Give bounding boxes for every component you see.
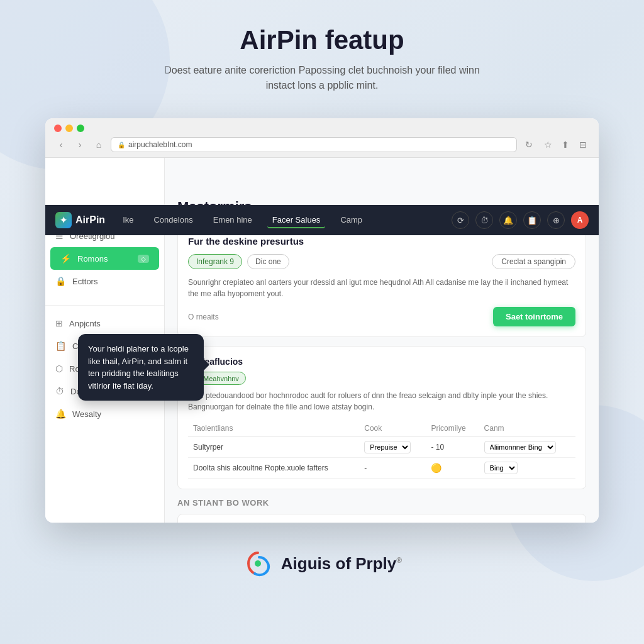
address-bar[interactable]: 🔒 airpuchalebInt.com — [111, 137, 517, 152]
clock-icon: ⏱ — [55, 386, 64, 396]
refresh-button[interactable]: ↻ — [522, 138, 536, 152]
brand-name-container: Aiguis of Prply® — [281, 554, 402, 574]
nav-bell-btn[interactable]: 🔔 — [499, 211, 517, 229]
nav-item-facer[interactable]: Facer Salues — [267, 213, 326, 228]
notification-icon: 🔔 — [55, 409, 66, 419]
col-pricomilye: Pricomilye — [426, 420, 479, 437]
cook-select-1[interactable]: Prepuise — [364, 441, 411, 453]
work-card: 👩 Moklev Brio Redovaned Hagutrish Eltabn… — [177, 514, 586, 523]
price-dash-1: - — [431, 443, 433, 452]
app-navbar: ✦ AirPin Ike Condelons Emen hine Facer S… — [45, 205, 599, 235]
cell-price-1: - 10 — [426, 437, 479, 458]
tag-infegrank[interactable]: Infegrank 9 — [188, 254, 242, 269]
brand-suffix: ® — [396, 556, 402, 565]
card2-title: Redeaflucios — [188, 357, 575, 367]
data-table: Taolentlians Cook Pricomilye Canm Sultyr… — [188, 420, 575, 479]
nav-item-ike[interactable]: Ike — [118, 213, 138, 228]
lock-icon: 🔒 — [118, 142, 125, 148]
nav-clipboard-btn[interactable]: 📋 — [523, 211, 541, 229]
browser-toolbar: ‹ › ⌂ 🔒 airpuchalebInt.com ↻ ☆ ⬆ ⊟ — [54, 137, 590, 152]
nav-sync-btn[interactable]: ⟳ — [452, 211, 469, 229]
sidebar-label-wesalty: Wesalty — [72, 409, 101, 419]
card1-footer: O rneaits Saet toinrtome — [188, 307, 575, 326]
lock-icon-sidebar: 🔒 — [55, 276, 66, 286]
card-mastormirs: Fur the deskine presurtus Infegrank 9 Di… — [177, 225, 586, 337]
canm-select-2[interactable]: Bing — [484, 462, 518, 474]
sidebar-item-ecttors[interactable]: 🔒 Ecttors — [45, 270, 164, 292]
browser-window: ‹ › ⌂ 🔒 airpuchalebInt.com ↻ ☆ ⬆ ⊟ ✦ Air… — [45, 118, 599, 523]
share-button[interactable]: ⬆ — [558, 138, 572, 152]
brand-name-text: Aiguis of Prply — [281, 554, 396, 573]
sidebar-label-ecttors: Ecttors — [72, 277, 97, 286]
romons-badge: ◇ — [138, 255, 149, 263]
card1-tags: Infegrank 9 Dic one Creclat a spangipin — [188, 254, 575, 269]
page-subtitle: Doest eature anite coreriction Papossing… — [158, 63, 486, 93]
sidebar-item-wesalty[interactable]: 🔔 Wesalty — [45, 402, 164, 425]
card2-description: Thre ptedouandood bor hochnrodoc audt fo… — [188, 390, 575, 413]
cell-cook-2: - — [359, 458, 426, 479]
hexagon-icon: ⬡ — [55, 364, 63, 374]
bookmark-button[interactable]: ☆ — [541, 138, 555, 152]
callout-text: Your heldi plaher to a lcople like thail… — [88, 344, 189, 391]
dot-yellow[interactable] — [65, 125, 73, 132]
table-row: Sultyrper Prepuise - 10 — [188, 437, 575, 458]
status-dot: 🟡 — [431, 463, 441, 473]
cell-sultyrper: Sultyrper — [188, 437, 359, 458]
card-redeaflucios: Redeaflucios ✦ Meahvnhnv Thre ptedouando… — [177, 346, 586, 489]
browser-dots — [54, 125, 590, 132]
table-row: Doolta shis alcoultne Ropte.xuole fafter… — [188, 458, 575, 479]
svg-point-0 — [255, 560, 261, 567]
col-cook: Cook — [359, 420, 426, 437]
page-header: AirPin featup Doest eature anite coreric… — [0, 0, 644, 106]
nav-item-emen[interactable]: Emen hine — [208, 213, 257, 228]
nav-items: Ike Condelons Emen hine Facer Salues Cam… — [118, 213, 439, 228]
col-canm: Canm — [479, 420, 575, 437]
browser-chrome: ‹ › ⌂ 🔒 airpuchalebInt.com ↻ ☆ ⬆ ⊟ — [45, 118, 599, 158]
nav-logo: ✦ AirPin — [55, 212, 105, 228]
brand-name: Aiguis of Prply® — [281, 554, 402, 573]
lightning-icon: ⚡ — [60, 253, 71, 264]
sidebar-item-romons[interactable]: ⚡ Romons ◇ — [50, 247, 159, 270]
card1-description: Sounrighr crepiateo anl oarters your rde… — [188, 277, 575, 299]
dot-green[interactable] — [77, 125, 84, 132]
create-btn[interactable]: Creclat a spangipin — [492, 254, 575, 269]
brand-logo — [242, 548, 274, 579]
card2-tag-text: Meahvnhnv — [203, 375, 239, 382]
list-icon: 📋 — [55, 341, 66, 351]
sidebar-label-anpjcnts: Anpjcnts — [69, 319, 101, 328]
canm-select-1[interactable]: Aliimonnner Bing — [484, 441, 556, 453]
price-value-1: 10 — [436, 443, 444, 452]
forward-button[interactable]: › — [73, 138, 87, 152]
cell-cook-1: Prepuise — [359, 437, 426, 458]
nav-avatar[interactable]: A — [571, 211, 589, 229]
col-taolentlians: Taolentlians — [188, 420, 359, 437]
cell-canm-2: Bing — [479, 458, 575, 479]
browser-actions: ☆ ⬆ ⊟ — [541, 138, 590, 152]
callout: Your heldi plaher to a lcople like thail… — [78, 334, 204, 401]
sidebar-item-anpjcnts[interactable]: ⊞ Anpjcnts — [45, 312, 164, 335]
nav-item-condelons[interactable]: Condelons — [148, 213, 197, 228]
logo-icon: ✦ — [55, 212, 72, 228]
work-section-title: An stiant bo Work — [177, 498, 586, 508]
footer-label: O rneaits — [188, 313, 219, 321]
nav-right: ⟳ ⏱ 🔔 📋 ⊕ A — [452, 211, 589, 229]
sidebar-label-romons: Romons — [77, 254, 108, 264]
card1-title: Fur the deskine presurtus — [188, 236, 575, 247]
home-button[interactable]: ⌂ — [92, 138, 106, 152]
back-button[interactable]: ‹ — [54, 138, 68, 152]
bottom-brand: Aiguis of Prply® — [0, 541, 644, 592]
save-button[interactable]: Saet toinrtome — [493, 307, 575, 326]
address-text: airpuchalebInt.com — [128, 140, 192, 149]
cell-doolta: Doolta shis alcoultne Ropte.xuole fafter… — [188, 458, 359, 479]
cell-price-2: 🟡 — [426, 458, 479, 479]
nav-clock-btn[interactable]: ⏱ — [475, 211, 493, 229]
cell-canm-1: Aliimonnner Bing — [479, 437, 575, 458]
nav-logo-text: AirPin — [75, 214, 105, 226]
tag-dic-one[interactable]: Dic one — [247, 254, 289, 269]
page-title: AirPin featup — [13, 25, 631, 55]
dot-red[interactable] — [54, 125, 62, 132]
tabs-button[interactable]: ⊟ — [576, 138, 590, 152]
nav-plus-btn[interactable]: ⊕ — [547, 211, 565, 229]
nav-item-camp[interactable]: Camp — [335, 213, 367, 228]
grid-icon: ⊞ — [55, 318, 63, 328]
